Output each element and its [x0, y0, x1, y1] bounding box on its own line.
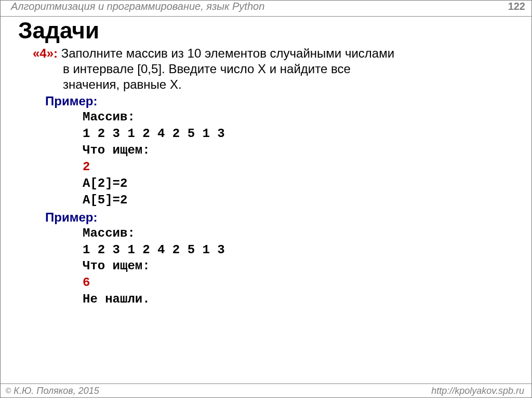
footer-bar: © К.Ю. Поляков, 2015 http://kpolyakov.sp…	[1, 383, 531, 397]
slide: Алгоритмизация и программирование, язык …	[0, 0, 532, 398]
header-title: Алгоритмизация и программирование, язык …	[11, 1, 264, 12]
ex1-result-2: A[5]=2	[83, 192, 516, 209]
ex2-search-value: 6	[83, 275, 516, 291]
ex2-result: Не нашли.	[83, 291, 516, 308]
footer-url: http://kpolyakov.spb.ru	[431, 386, 524, 396]
ex2-array-label: Массив:	[83, 225, 516, 242]
footer-copyright: © К.Ю. Поляков, 2015	[6, 386, 99, 396]
page-title: Задачи	[18, 19, 516, 43]
copyright-icon: ©	[6, 387, 11, 395]
ex2-search-label: Что ищем:	[83, 258, 516, 275]
ex1-array-values: 1 2 3 1 2 4 2 5 1 3	[83, 126, 516, 142]
copyright-text: К.Ю. Поляков, 2015	[11, 386, 99, 396]
ex1-search-label: Что ищем:	[83, 142, 516, 159]
problem-text-2: в интервале [0,5]. Введите число X и най…	[63, 61, 516, 77]
problem-line-1: «4»: Заполните массив из 10 элементов сл…	[25, 46, 516, 61]
task-block: «4»: Заполните массив из 10 элементов сл…	[18, 46, 516, 308]
header-bar: Алгоритмизация и программирование, язык …	[1, 1, 531, 17]
example-2-label: Пример:	[45, 210, 516, 225]
problem-text-3: значения, равные X.	[63, 77, 516, 92]
problem-text-1: Заполните массив из 10 элементов случайн…	[61, 46, 394, 60]
ex1-search-value: 2	[83, 159, 516, 175]
ex2-array-values: 1 2 3 1 2 4 2 5 1 3	[83, 242, 516, 258]
content: Задачи «4»: Заполните массив из 10 элеме…	[1, 17, 531, 308]
ex1-array-label: Массив:	[83, 109, 516, 126]
grade-label: «4»:	[33, 46, 58, 60]
page-number: 122	[508, 1, 525, 12]
example-1-label: Пример:	[45, 93, 516, 109]
ex1-result-1: A[2]=2	[83, 175, 516, 192]
